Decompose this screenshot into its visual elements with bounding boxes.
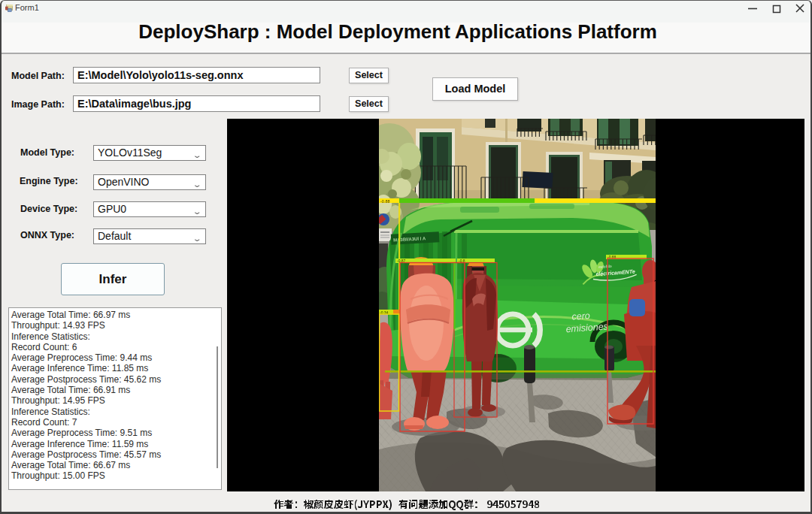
svg-text:autobús: autobús bbox=[598, 264, 613, 269]
svg-text:-0.88: -0.88 bbox=[380, 199, 390, 204]
svg-text:cero: cero bbox=[571, 310, 590, 322]
